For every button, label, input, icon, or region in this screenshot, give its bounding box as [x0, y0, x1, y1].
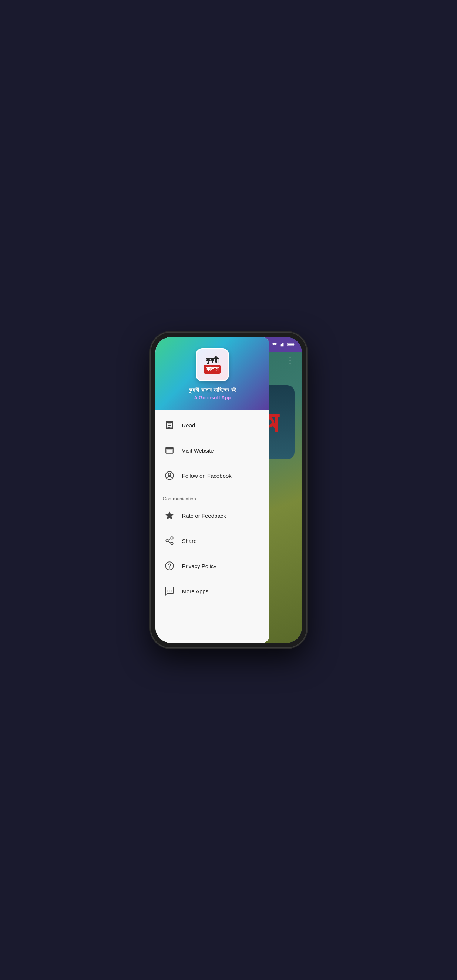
- menu-item-read[interactable]: Read: [156, 413, 270, 438]
- svg-point-15: [169, 567, 170, 568]
- menu-item-read-label: Read: [182, 422, 195, 428]
- dots-bubble-icon: [163, 584, 176, 598]
- menu-item-more-apps-label: More Apps: [182, 588, 209, 595]
- drawer-menu: Read Visit Website Follow on Facebook: [156, 410, 270, 643]
- wifi-icon: [271, 342, 278, 347]
- app-icon: কুফরী কালাম: [197, 349, 228, 380]
- book-icon: [163, 418, 176, 432]
- phone-device: 12:27: [151, 332, 306, 648]
- drawer-header: কুফরী কালাম কুফরী কালাম তাবিজের বই A Goo…: [156, 337, 270, 410]
- svg-rect-0: [280, 345, 281, 347]
- menu-item-rate-label: Rate or Feedback: [182, 512, 226, 519]
- svg-point-9: [171, 537, 173, 539]
- svg-line-12: [168, 541, 171, 543]
- menu-item-privacy-policy[interactable]: Privacy Policy: [156, 553, 270, 579]
- menu-item-more-apps[interactable]: More Apps: [156, 579, 270, 604]
- star-icon: [163, 509, 176, 522]
- svg-point-14: [165, 562, 173, 570]
- help-circle-icon: [163, 559, 176, 573]
- divider: [163, 490, 262, 490]
- svg-point-16: [167, 591, 168, 592]
- app-icon-text-top: কুফরী: [206, 356, 219, 364]
- share-icon: [163, 534, 176, 547]
- menu-item-facebook[interactable]: Follow on Facebook: [156, 463, 270, 488]
- menu-item-rate-feedback[interactable]: Rate or Feedback: [156, 503, 270, 528]
- svg-point-10: [166, 539, 168, 542]
- svg-point-8: [168, 473, 171, 476]
- svg-point-18: [171, 591, 172, 592]
- section-label-communication: Communication: [156, 492, 270, 503]
- svg-line-13: [168, 539, 171, 540]
- menu-item-share-label: Share: [182, 538, 197, 544]
- web-icon: [163, 444, 176, 457]
- signal-icon: [280, 342, 285, 347]
- menu-item-privacy-label: Privacy Policy: [182, 563, 216, 569]
- phone-screen: 12:27: [156, 337, 302, 643]
- svg-rect-5: [294, 344, 294, 345]
- facebook-icon: [163, 469, 176, 482]
- svg-rect-2: [282, 343, 282, 346]
- svg-rect-1: [281, 344, 281, 346]
- app-icon-text-bottom: কালাম: [204, 365, 221, 374]
- app-icon-wrapper: কুফরী কালাম: [196, 348, 229, 382]
- battery-icon: [287, 342, 295, 347]
- menu-item-visit-website[interactable]: Visit Website: [156, 438, 270, 463]
- svg-rect-6: [287, 344, 293, 345]
- status-right: [271, 342, 295, 347]
- overflow-menu[interactable]: ⋮: [286, 356, 295, 365]
- menu-item-facebook-label: Follow on Facebook: [182, 473, 232, 479]
- svg-rect-3: [283, 343, 284, 346]
- svg-point-17: [169, 591, 170, 592]
- svg-point-11: [171, 542, 173, 545]
- app-title: কুফরী কালাম তাবিজের বই: [189, 387, 236, 393]
- menu-item-website-label: Visit Website: [182, 447, 214, 454]
- menu-item-share[interactable]: Share: [156, 528, 270, 553]
- navigation-drawer: কুফরী কালাম কুফরী কালাম তাবিজের বই A Goo…: [156, 337, 270, 643]
- app-subtitle: A Goonsoft App: [194, 395, 231, 400]
